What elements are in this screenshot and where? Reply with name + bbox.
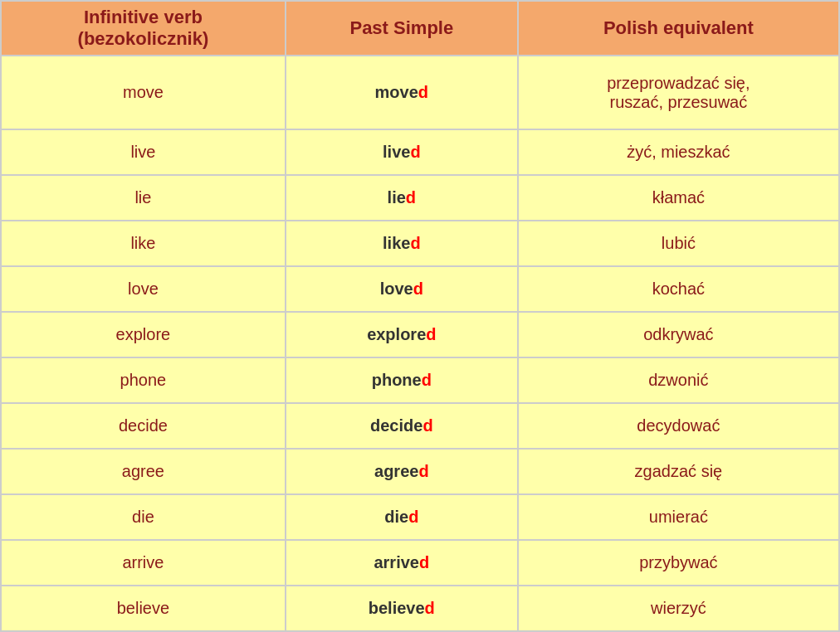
past-stem: live — [383, 143, 410, 161]
infinitive-cell: believe — [1, 586, 286, 631]
infinitive-cell: live — [1, 129, 286, 175]
past-simple-cell: believed — [286, 586, 518, 631]
polish-cell: zgadzać się — [518, 449, 839, 494]
past-simple-cell: agreed — [286, 449, 518, 494]
infinitive-cell: love — [1, 266, 286, 312]
col1-header: Infinitive verb(bezokolicznik) — [1, 1, 286, 56]
infinitive-cell: agree — [1, 449, 286, 494]
past-stem: explore — [367, 325, 426, 343]
col3-header: Polish equivalent — [518, 1, 839, 56]
past-simple-cell: explored — [286, 312, 518, 357]
past-simple-cell: phoned — [286, 357, 518, 403]
infinitive-cell: arrive — [1, 540, 286, 586]
past-suffix: d — [425, 599, 435, 617]
past-stem: die — [384, 508, 408, 526]
col2-header: Past Simple — [286, 1, 518, 56]
col1-header-text: Infinitive verb(bezokolicznik) — [78, 7, 209, 49]
polish-cell: przybywać — [518, 540, 839, 586]
infinitive-cell: decide — [1, 403, 286, 449]
table-row: agreeagreedzgadzać się — [1, 449, 839, 494]
past-suffix: d — [422, 416, 432, 435]
table-row: lovelovedkochać — [1, 266, 839, 312]
infinitive-cell: lie — [1, 175, 286, 221]
table-row: likelikedlubić — [1, 221, 839, 266]
table-row: exploreexploredodkrywać — [1, 312, 839, 357]
past-stem: love — [380, 280, 413, 298]
past-simple-cell: lived — [286, 129, 518, 175]
past-suffix: d — [418, 83, 428, 101]
past-stem: agree — [374, 462, 418, 480]
table-row: decidedecideddecydować — [1, 403, 839, 449]
past-suffix: d — [422, 371, 432, 389]
past-simple-cell: loved — [286, 266, 518, 312]
col3-header-text: Polish equivalent — [603, 17, 754, 38]
polish-cell: kochać — [518, 266, 839, 312]
polish-cell: wierzyć — [518, 586, 839, 631]
infinitive-cell: like — [1, 221, 286, 266]
past-suffix: d — [406, 188, 416, 207]
polish-cell: umierać — [518, 494, 839, 540]
past-stem: like — [383, 234, 410, 252]
col2-header-text: Past Simple — [349, 17, 453, 38]
header-row: Infinitive verb(bezokolicznik) Past Simp… — [1, 1, 839, 56]
past-simple-cell: moved — [286, 56, 518, 129]
infinitive-cell: die — [1, 494, 286, 540]
polish-cell: przeprowadzać się,ruszać, przesuwać — [518, 56, 839, 129]
table-row: livelivedżyć, mieszkać — [1, 129, 839, 175]
verb-table: Infinitive verb(bezokolicznik) Past Simp… — [0, 0, 840, 632]
past-stem: believe — [369, 599, 425, 617]
past-suffix: d — [413, 280, 423, 298]
past-suffix: d — [426, 325, 436, 343]
polish-cell: dzwonić — [518, 357, 839, 403]
past-stem: phone — [372, 371, 422, 389]
polish-cell: żyć, mieszkać — [518, 129, 839, 175]
table-row: diediedumierać — [1, 494, 839, 540]
table-row: arrivearrivedprzybywać — [1, 540, 839, 586]
past-suffix: d — [419, 553, 429, 571]
past-simple-cell: lied — [286, 175, 518, 221]
polish-cell: decydować — [518, 403, 839, 449]
past-suffix: d — [410, 234, 420, 252]
past-simple-cell: liked — [286, 221, 518, 266]
past-simple-cell: died — [286, 494, 518, 540]
table-row: phonephoneddzwonić — [1, 357, 839, 403]
table-row: movemovedprzeprowadzać się,ruszać, przes… — [1, 56, 839, 129]
past-suffix: d — [408, 508, 418, 526]
table-row: believebelievedwierzyć — [1, 586, 839, 631]
table-container: Infinitive verb(bezokolicznik) Past Simp… — [0, 0, 840, 632]
past-simple-cell: arrived — [286, 540, 518, 586]
polish-cell: kłamać — [518, 175, 839, 221]
table-row: lieliedkłamać — [1, 175, 839, 221]
past-stem: decide — [370, 416, 422, 435]
polish-cell: odkrywać — [518, 312, 839, 357]
past-suffix: d — [410, 143, 420, 161]
infinitive-cell: phone — [1, 357, 286, 403]
infinitive-cell: move — [1, 56, 286, 129]
infinitive-cell: explore — [1, 312, 286, 357]
past-simple-cell: decided — [286, 403, 518, 449]
past-stem: arrive — [374, 553, 419, 571]
past-stem: lie — [388, 188, 406, 207]
past-suffix: d — [418, 462, 428, 480]
past-stem: move — [375, 83, 418, 101]
polish-cell: lubić — [518, 221, 839, 266]
